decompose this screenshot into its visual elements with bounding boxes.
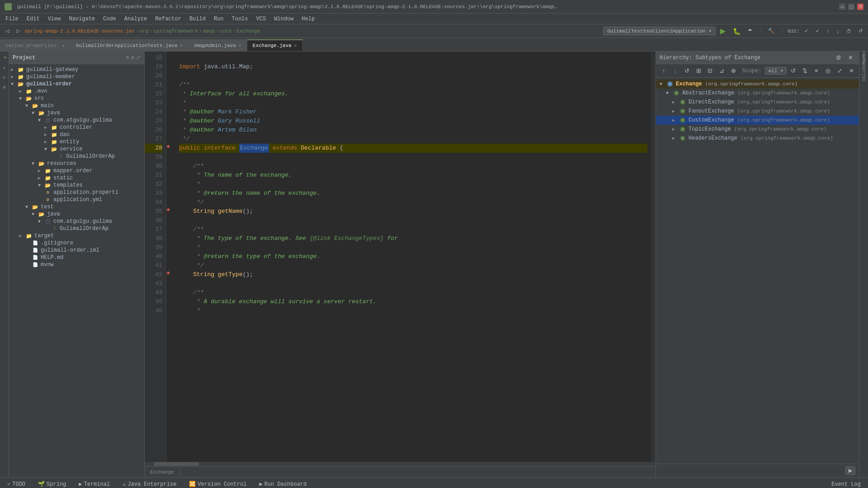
breadcrumb-org[interactable]: org (140, 28, 149, 34)
vtb-validation[interactable]: Validation (859, 63, 868, 72)
vtb-maven[interactable]: M (0, 83, 9, 92)
sidebar-expand-icon[interactable]: ⤢ (136, 54, 141, 61)
menu-edit[interactable]: Edit (23, 15, 43, 23)
menu-refactor[interactable]: Refactor (151, 15, 185, 23)
btn-spring[interactable]: 🌱 Spring (34, 480, 70, 488)
hierarchy-run-btn[interactable]: ▶ (845, 466, 855, 475)
tree-item-main[interactable]: ▼ 📂 main (9, 102, 144, 109)
menu-help[interactable]: Help (298, 15, 318, 23)
sidebar-toolbar[interactable]: ⊙ ⚙ ⤢ (126, 54, 141, 61)
breadcrumb-exchange[interactable]: Exchange (236, 28, 260, 34)
scope-selector[interactable]: All ▾ (765, 67, 786, 75)
window-controls[interactable]: ─ □ ✕ (839, 4, 863, 10)
footer-tab-exchange[interactable]: Exchange (145, 467, 180, 478)
menu-view[interactable]: View (44, 15, 65, 23)
tab-order-tests[interactable]: GulimallOrderApplicationTests.java ✕ (71, 39, 189, 51)
h-filter2-btn[interactable]: ≡ (811, 66, 821, 76)
tree-item-controller[interactable]: ▶ 📁 controller (9, 124, 144, 131)
git-update-button[interactable]: ↓ (834, 28, 842, 35)
menu-window[interactable]: Window (270, 15, 297, 23)
h-item-exchange-root[interactable]: ▼ Exchange (org.springframework.amqp.cor… (656, 80, 859, 89)
git-history-button[interactable]: ⏱ (844, 28, 854, 35)
btn-todo[interactable]: ✓ TODO (4, 480, 29, 488)
h-item-direct[interactable]: ▶ DirectExchange (org.springframework.am… (656, 98, 859, 107)
back-button[interactable]: ◁ (3, 27, 12, 35)
menu-vcs[interactable]: VCS (253, 15, 270, 23)
h-item-custom[interactable]: ▶ CustomExchange (org.springframework.am… (656, 116, 859, 125)
tree-item-pkg-test[interactable]: ▼ ⬡ com.atguigu.gulima (9, 218, 144, 225)
btn-run-dashboard[interactable]: ▶ Run Dashboard (255, 480, 310, 488)
tree-item-mvn[interactable]: ▶ 📁 .mvn (9, 88, 144, 95)
tree-item-src[interactable]: ▼ 📂 src (9, 95, 144, 102)
git-revert-button[interactable]: ↺ (856, 27, 865, 35)
tree-item-gitignore[interactable]: ▶ 📄 .gitignore (9, 239, 144, 247)
vtb-fav[interactable]: ★ (0, 63, 9, 72)
tree-item-java-test-file[interactable]: ▶ J GulimallOrderAp (9, 225, 144, 232)
h-locate-btn[interactable]: ◎ (823, 66, 833, 76)
tree-item-app-properties[interactable]: ▶ ⚙ application.properti (9, 189, 144, 196)
vtb-structure[interactable]: ≡ (0, 73, 9, 82)
tab-order-tests-close[interactable]: ✕ (180, 43, 183, 48)
tree-item-java-service[interactable]: ▶ J GulimallOrderAp (9, 153, 144, 160)
tree-item-member[interactable]: ▶ 📁 gulimall-member (9, 73, 144, 80)
h-newwindow-btn[interactable]: ⤢ (835, 66, 845, 76)
h-item-topic[interactable]: ▶ TopicExchange (org.springframework.amq… (656, 125, 859, 134)
h-refresh2-btn[interactable]: ↺ (788, 66, 798, 76)
menu-file[interactable]: File (2, 15, 22, 23)
h-collapse-btn[interactable]: ⊟ (705, 66, 715, 76)
sidebar-gear-icon[interactable]: ⚙ (131, 54, 134, 61)
h-item-headers[interactable]: ▶ HeadersExchange (org.springframework.a… (656, 134, 859, 143)
tree-item-mapper[interactable]: ▶ 📁 mapper.order (9, 167, 144, 174)
tree-item-iml[interactable]: ▶ 📄 gulimall-order.iml (9, 247, 144, 254)
tree-item-static[interactable]: ▶ 📁 static (9, 174, 144, 182)
btn-event-log[interactable]: Event Log (828, 480, 864, 488)
tree-item-app-yml[interactable]: ▶ ⚙ application.yml (9, 196, 144, 203)
tab-amqpadmin[interactable]: AmqpAdmin.java ✕ (189, 39, 247, 51)
tree-item-resources[interactable]: ▼ 📂 resources (9, 160, 144, 167)
tree-item-dao[interactable]: ▶ 📁 dao (9, 131, 144, 138)
menu-code[interactable]: Code (99, 15, 120, 23)
menu-navigate[interactable]: Navigate (65, 15, 99, 23)
editor-content[interactable]: 18 19 20 21 22 23 24 25 26 27 28 29 30 3… (145, 52, 656, 462)
build-button[interactable]: 🔨 (765, 27, 777, 35)
git-check-button[interactable]: ✓ (802, 27, 811, 35)
tree-item-pkg-main[interactable]: ▼ ⬡ com.atguigu.gulima (9, 117, 144, 124)
sidebar-sync-icon[interactable]: ⊙ (126, 54, 129, 61)
btn-version-control[interactable]: 🔀 Version Control (185, 480, 250, 488)
tree-item-java-main[interactable]: ▼ 📂 java (9, 109, 144, 117)
menu-analyze[interactable]: Analyze (121, 15, 151, 23)
btn-terminal[interactable]: ▶ Terminal (75, 480, 113, 488)
tree-item-order[interactable]: ▼ 📂 gulimall-order (9, 80, 144, 88)
tree-item-gateway[interactable]: ▶ 📁 gulimall-gateway (9, 66, 144, 73)
minimize-button[interactable]: ─ (839, 4, 845, 10)
run-button[interactable]: ▶ (717, 26, 728, 36)
h-supertypes-btn[interactable]: ↑ (659, 66, 669, 76)
breakpoint-35[interactable]: ● (166, 205, 175, 214)
menu-run[interactable]: Run (210, 15, 227, 23)
tab-exchange-close[interactable]: ✕ (294, 43, 297, 48)
breakpoint-42[interactable]: ● (166, 268, 175, 277)
breadcrumb-core[interactable]: core (220, 28, 231, 34)
run-config-selector[interactable]: GulimallTestSsoClient2Application ▾ (603, 27, 716, 35)
tab-properties-close[interactable]: ✕ (62, 43, 65, 48)
tree-item-mvnw[interactable]: ▶ 📄 mvnw (9, 261, 144, 268)
tree-item-entity[interactable]: ▶ 📁 entity (9, 138, 144, 145)
maximize-button[interactable]: □ (848, 4, 854, 10)
vtb-project[interactable]: P (0, 53, 9, 62)
tree-item-test[interactable]: ▼ 📂 test (9, 203, 144, 211)
debug-button[interactable]: 🐛 (730, 27, 743, 36)
breakpoint-28[interactable]: ● (166, 142, 175, 151)
right-scrollbar[interactable] (651, 52, 656, 462)
git-commit-button[interactable]: ✓ (813, 27, 822, 35)
tree-item-target[interactable]: ▶ 📁 target (9, 232, 144, 239)
tab-amqpadmin-close[interactable]: ✕ (239, 43, 241, 48)
scrollbar-thumb[interactable] (154, 462, 199, 466)
tree-item-java-test[interactable]: ▼ 📂 java (9, 211, 144, 218)
breadcrumb-jar[interactable]: spring-amqp-2.1.8.RELEASE-sources.jar (24, 28, 135, 34)
tree-item-help[interactable]: ▶ 📄 HELP.md (9, 254, 144, 261)
close-button[interactable]: ✕ (857, 4, 863, 10)
horizontal-scrollbar[interactable] (145, 462, 656, 466)
tab-properties[interactable]: cation.properties: ✕ (0, 39, 71, 51)
h-item-fanout[interactable]: ▶ FanoutExchange (org.springframework.am… (656, 107, 859, 116)
h-filter-btn[interactable]: ⊿ (717, 66, 727, 76)
